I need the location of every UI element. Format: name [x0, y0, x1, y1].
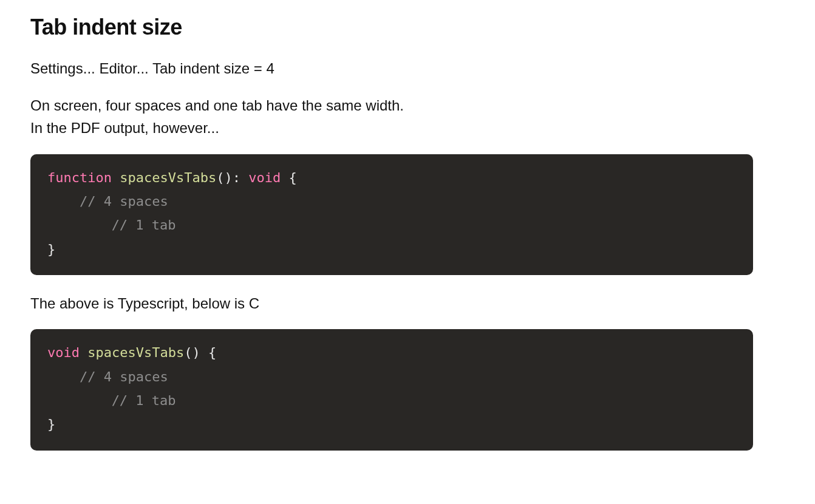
ts-open-brace: { — [281, 170, 297, 185]
c-comment-1-tab: // 1 tab — [47, 393, 176, 408]
ts-comment-1-tab: // 1 tab — [47, 217, 176, 233]
c-parens-brace: () { — [184, 345, 216, 360]
section-heading: Tab indent size — [30, 15, 753, 40]
paragraph-description: On screen, four spaces and one tab have … — [30, 94, 753, 139]
code-block-c: void spacesVsTabs() { // 4 spaces // 1 t… — [30, 329, 753, 451]
ts-close-brace: } — [47, 242, 55, 257]
c-close-brace: } — [47, 417, 55, 432]
c-space — [80, 345, 87, 360]
ts-colon: : — [233, 170, 249, 185]
ts-keyword-function: function — [47, 170, 112, 185]
ts-parens: () — [216, 170, 233, 185]
code-c: void spacesVsTabs() { // 4 spaces // 1 t… — [47, 345, 216, 432]
paragraph-settings-path: Settings... Editor... Tab indent size = … — [30, 57, 753, 80]
code-block-typescript: function spacesVsTabs(): void { // 4 spa… — [30, 154, 753, 276]
ts-function-name: spacesVsTabs — [120, 170, 216, 185]
desc-line-2: In the PDF output, however... — [30, 120, 219, 136]
c-return-type: void — [47, 345, 80, 360]
ts-return-type: void — [248, 170, 281, 185]
code-ts: function spacesVsTabs(): void { // 4 spa… — [47, 170, 297, 257]
paragraph-between-code: The above is Typescript, below is C — [30, 292, 753, 315]
c-comment-4-spaces: // 4 spaces — [47, 369, 168, 384]
desc-line-1: On screen, four spaces and one tab have … — [30, 97, 404, 114]
c-function-name: spacesVsTabs — [87, 345, 184, 360]
ts-comment-4-spaces: // 4 spaces — [47, 194, 168, 209]
document-body: Tab indent size Settings... Editor... Ta… — [0, 0, 783, 504]
